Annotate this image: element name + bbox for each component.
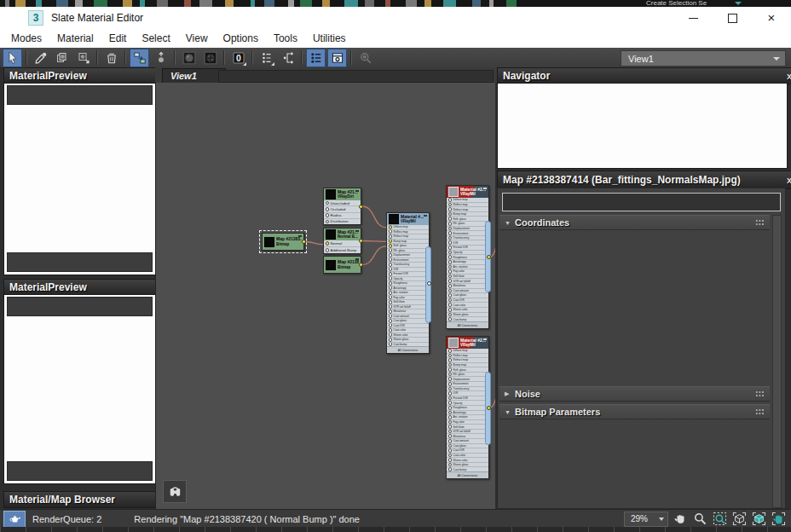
maximize-button[interactable] bbox=[713, 7, 752, 29]
pick-material-from-object-button[interactable] bbox=[31, 49, 50, 67]
input-socket[interactable] bbox=[448, 425, 453, 429]
output-socket[interactable] bbox=[487, 255, 491, 259]
input-socket[interactable] bbox=[448, 269, 453, 274]
input-socket[interactable] bbox=[389, 225, 393, 229]
input-socket[interactable] bbox=[448, 434, 453, 438]
view-selector-dropdown[interactable]: View1 bbox=[621, 50, 786, 66]
node-header[interactable]: Material #2... VRayMtl bbox=[447, 186, 488, 198]
input-socket[interactable] bbox=[448, 358, 453, 362]
collapse-icon[interactable] bbox=[298, 235, 302, 237]
input-socket[interactable] bbox=[389, 286, 393, 291]
input-socket[interactable] bbox=[448, 401, 453, 405]
wire[interactable] bbox=[362, 246, 386, 265]
input-socket[interactable] bbox=[389, 291, 393, 295]
slot-normal[interactable]: Normal bbox=[324, 240, 361, 247]
vertical-scrollbar[interactable] bbox=[772, 215, 782, 508]
node-header[interactable]: Material #2... VRayMtl bbox=[447, 337, 488, 349]
hide-unused-nodeslots-button[interactable] bbox=[257, 49, 276, 67]
input-socket[interactable] bbox=[448, 293, 453, 298]
input-socket[interactable] bbox=[448, 289, 453, 293]
input-socket[interactable] bbox=[448, 396, 453, 401]
input-socket[interactable] bbox=[448, 240, 453, 245]
input-socket[interactable] bbox=[389, 253, 393, 257]
input-socket[interactable] bbox=[448, 349, 453, 353]
rollout-coordinates[interactable]: ▼ Coordinates bbox=[499, 215, 770, 230]
input-socket[interactable] bbox=[448, 260, 453, 264]
minimize-button[interactable] bbox=[673, 7, 713, 29]
close-button[interactable]: × bbox=[752, 7, 791, 29]
material-preview-1-titlebar[interactable]: MaterialPreview x bbox=[3, 67, 167, 84]
input-socket[interactable] bbox=[448, 279, 453, 283]
node-footer[interactable]: All Connections bbox=[387, 346, 429, 353]
zoom-region-tool-button[interactable] bbox=[712, 512, 727, 527]
input-socket[interactable] bbox=[448, 411, 453, 415]
input-socket[interactable] bbox=[448, 265, 453, 269]
show-parameter-editor-button[interactable] bbox=[327, 49, 347, 67]
input-socket[interactable] bbox=[448, 227, 453, 231]
search-button[interactable] bbox=[163, 480, 187, 503]
output-socket[interactable] bbox=[427, 281, 431, 286]
collapse-icon[interactable] bbox=[424, 215, 427, 217]
menu-material[interactable]: Material bbox=[49, 30, 101, 47]
map-name-field[interactable] bbox=[502, 193, 781, 211]
input-socket[interactable] bbox=[389, 333, 393, 338]
node-vraymtl-red-2[interactable]: Material #2... VRayMtl Diffuse mapReflec… bbox=[446, 336, 489, 479]
input-socket[interactable] bbox=[326, 207, 330, 211]
slot-radius[interactable]: Radius bbox=[324, 213, 361, 219]
input-socket[interactable] bbox=[448, 367, 453, 372]
input-socket[interactable] bbox=[448, 217, 453, 221]
menu-view[interactable]: View bbox=[178, 30, 216, 47]
input-socket[interactable] bbox=[389, 281, 393, 286]
menu-tools[interactable]: Tools bbox=[266, 30, 305, 47]
input-socket[interactable] bbox=[389, 244, 393, 248]
node-header[interactable]: Material #... VRayMtl bbox=[387, 213, 429, 225]
input-socket[interactable] bbox=[448, 387, 453, 391]
window-titlebar[interactable]: 3 Slate Material Editor × bbox=[0, 7, 791, 30]
slot-distribution[interactable]: Distribution bbox=[324, 219, 361, 224]
input-socket[interactable] bbox=[448, 303, 453, 307]
input-socket[interactable] bbox=[389, 249, 393, 253]
node-vraydirt[interactable]: Map #21... VRayDirt UnoccludedOccludedRa… bbox=[323, 188, 361, 225]
layout-children-button[interactable] bbox=[151, 49, 170, 67]
wire[interactable] bbox=[362, 206, 386, 228]
input-socket[interactable] bbox=[326, 241, 330, 246]
input-socket[interactable] bbox=[389, 258, 393, 263]
input-socket[interactable] bbox=[448, 255, 453, 259]
delete-selected-button[interactable] bbox=[101, 49, 121, 67]
collapse-icon[interactable] bbox=[355, 190, 359, 192]
menu-edit[interactable]: Edit bbox=[101, 30, 135, 47]
input-socket[interactable] bbox=[448, 463, 453, 467]
wire[interactable] bbox=[306, 242, 324, 245]
output-socket[interactable] bbox=[359, 239, 363, 243]
move-children-button[interactable] bbox=[130, 49, 149, 67]
input-socket[interactable] bbox=[448, 308, 453, 312]
input-socket[interactable] bbox=[448, 251, 453, 255]
input-socket[interactable] bbox=[448, 212, 453, 217]
collapse-icon[interactable] bbox=[483, 188, 487, 189]
input-socket[interactable] bbox=[448, 203, 453, 207]
input-socket[interactable] bbox=[448, 363, 453, 367]
connector-style-button[interactable] bbox=[278, 49, 297, 67]
input-socket[interactable] bbox=[326, 201, 330, 205]
input-socket[interactable] bbox=[448, 406, 453, 410]
input-socket[interactable] bbox=[448, 430, 453, 434]
input-socket[interactable] bbox=[389, 230, 393, 234]
input-socket[interactable] bbox=[448, 458, 453, 462]
input-socket[interactable] bbox=[389, 328, 393, 332]
node-normal-bump[interactable]: Map #21... Normal B... NormalAdditional … bbox=[323, 228, 361, 254]
input-socket[interactable] bbox=[326, 213, 330, 217]
input-socket[interactable] bbox=[389, 296, 393, 300]
input-socket[interactable] bbox=[389, 272, 393, 276]
slot-additional-bump[interactable]: Additional Bump bbox=[324, 247, 361, 253]
wire[interactable] bbox=[362, 241, 386, 242]
zoom-tool-button[interactable] bbox=[692, 512, 707, 527]
show-shaded-material-in-viewport-button[interactable] bbox=[200, 49, 220, 67]
rollout-bitmap-parameters[interactable]: ▼ Bitmap Parameters bbox=[499, 404, 770, 419]
input-socket[interactable] bbox=[448, 377, 453, 381]
input-socket[interactable] bbox=[448, 415, 453, 419]
node-vraymtl-red-1[interactable]: Material #2... VRayMtl Diffuse mapReflec… bbox=[446, 185, 489, 329]
input-socket[interactable] bbox=[389, 234, 393, 239]
output-socket[interactable] bbox=[487, 406, 491, 410]
input-socket[interactable] bbox=[448, 382, 453, 386]
input-socket[interactable] bbox=[448, 454, 453, 458]
